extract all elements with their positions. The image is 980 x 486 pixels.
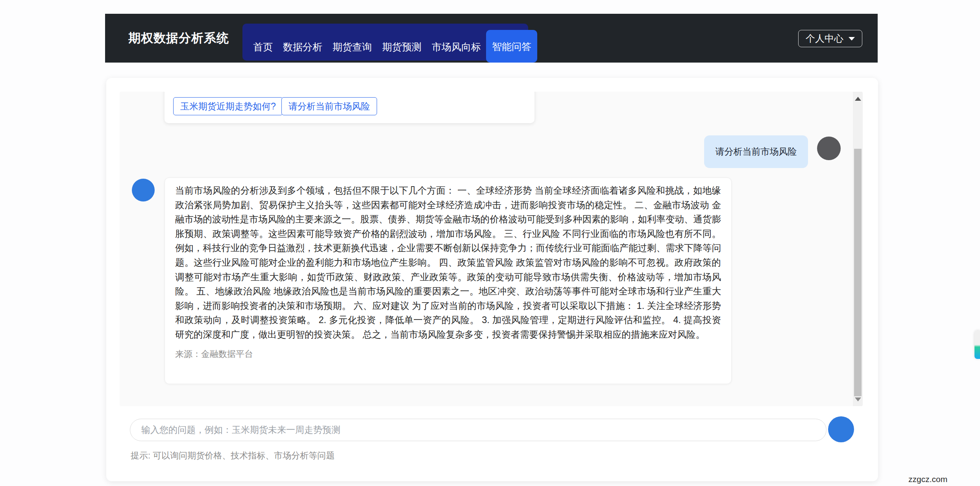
suggestion-chip-market-risk[interactable]: 请分析当前市场风险: [281, 97, 377, 115]
scrollbar-up-arrow[interactable]: [853, 94, 863, 103]
chat-card: 玉米期货近期走势如何? 请分析当前市场风险 请分析当前市场风险 当前市场风险的分…: [106, 78, 878, 481]
nav-item-futures-forecast[interactable]: 期货预测: [377, 41, 427, 53]
assistant-avatar: [132, 179, 155, 201]
nav-item-smart-qa[interactable]: 智能问答: [486, 30, 537, 63]
floating-scroll-widget[interactable]: [974, 331, 980, 359]
triangle-down-icon: [855, 397, 861, 401]
composer-hint: 提示: 可以询问期货价格、技术指标、市场分析等问题: [131, 450, 335, 462]
send-button[interactable]: [828, 416, 854, 442]
nav-item-futures-query[interactable]: 期货查询: [327, 41, 377, 53]
scrollbar-down-arrow[interactable]: [853, 394, 863, 404]
user-menu-button[interactable]: 个人中心: [798, 30, 862, 47]
user-message-bubble: 请分析当前市场风险: [704, 135, 808, 168]
watermark: zzgcz.com: [908, 475, 947, 484]
scrollbar-thumb[interactable]: [854, 149, 862, 396]
question-input[interactable]: [130, 419, 827, 441]
main-nav: 首页 数据分析 期货查询 期货预测 市场风向标 智能问答: [242, 24, 528, 61]
nav-item-home[interactable]: 首页: [248, 41, 278, 53]
suggestion-chip-corn-trend[interactable]: 玉米期货近期走势如何?: [173, 97, 283, 115]
assistant-message-source: 来源：金融数据平台: [175, 348, 721, 360]
chat-scrollbar[interactable]: [853, 92, 863, 406]
nav-item-market-vane[interactable]: 市场风向标: [427, 41, 486, 53]
app-title: 期权数据分析系统: [128, 30, 229, 46]
suggestion-card: 玉米期货近期走势如何? 请分析当前市场风险: [165, 92, 534, 123]
nav-item-data-analysis[interactable]: 数据分析: [278, 41, 327, 53]
user-menu-label: 个人中心: [806, 32, 843, 45]
assistant-message-text: 当前市场风险的分析涉及到多个领域，包括但不限于以下几个方面： 一、全球经济形势 …: [175, 183, 721, 342]
navbar: 期权数据分析系统 首页 数据分析 期货查询 期货预测 市场风向标 智能问答 个人…: [105, 14, 878, 63]
user-avatar: [817, 137, 841, 160]
triangle-up-icon: [855, 97, 861, 101]
assistant-message-bubble: 当前市场风险的分析涉及到多个领域，包括但不限于以下几个方面： 一、全球经济形势 …: [165, 177, 732, 384]
chat-messages-area[interactable]: 玉米期货近期走势如何? 请分析当前市场风险 请分析当前市场风险 当前市场风险的分…: [120, 92, 863, 406]
chevron-down-icon: [849, 37, 855, 41]
